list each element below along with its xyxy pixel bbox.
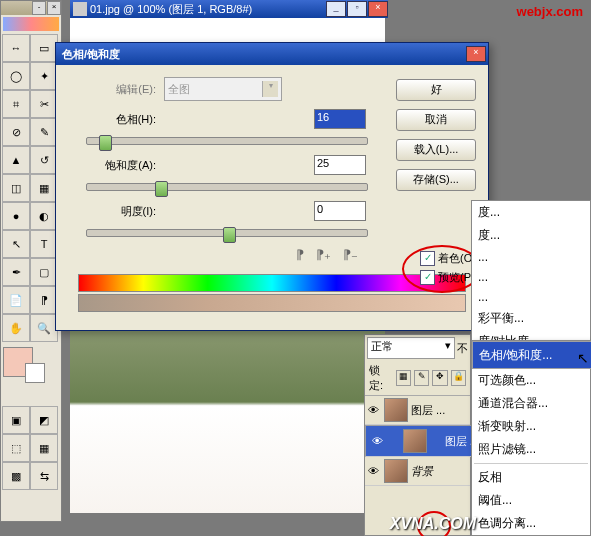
sat-input[interactable]: 25 [314, 155, 366, 175]
move-tool[interactable]: ↔ [2, 34, 30, 62]
watermark-bottom: XVNA.COM [390, 515, 476, 533]
menu-item[interactable]: 阈值... [472, 489, 590, 512]
layer-thumb [384, 459, 408, 483]
eraser-tool[interactable]: ◫ [2, 174, 30, 202]
cursor-icon: ↖ [577, 350, 589, 366]
lock-all-icon[interactable]: 🔒 [451, 370, 466, 386]
eyedropper-tool[interactable]: ⁋ [30, 286, 58, 314]
lock-paint-icon[interactable]: ✎ [414, 370, 429, 386]
sat-thumb[interactable] [155, 181, 168, 197]
screen-full2[interactable]: ▩ [2, 462, 30, 490]
menu-item[interactable]: 可选颜色... [472, 369, 590, 392]
save-button[interactable]: 存储(S)... [396, 169, 476, 191]
dialog-close-button[interactable]: × [466, 46, 486, 62]
ok-button[interactable]: 好 [396, 79, 476, 101]
light-slider[interactable] [86, 229, 368, 237]
min-button[interactable]: _ [326, 1, 346, 17]
stamp-tool[interactable]: ▲ [2, 146, 30, 174]
blend-mode-select[interactable]: 正常▾ [367, 337, 455, 359]
blur-tool[interactable]: ● [2, 202, 30, 230]
eyedropper-add-icon: ⁋₊ [316, 247, 331, 262]
history-brush-tool[interactable]: ↺ [30, 146, 58, 174]
menu-item-hue-sat[interactable]: 色相/饱和度... [472, 341, 591, 369]
light-label: 明度(I): [66, 204, 164, 219]
edit-select: 全图 ▾ [164, 77, 282, 101]
sat-slider[interactable] [86, 183, 368, 191]
eyedropper-sub-icon: ⁋₋ [343, 247, 358, 262]
gradient-tool[interactable]: ▦ [30, 174, 58, 202]
hue-thumb[interactable] [99, 135, 112, 151]
context-menu-partial: 度... 度... ... ... ... 彩平衡... 度/对比度... [471, 200, 591, 358]
lock-pos-icon[interactable]: ✥ [432, 370, 447, 386]
menu-item[interactable]: 渐变映射... [472, 415, 590, 438]
heal-tool[interactable]: ⊘ [2, 118, 30, 146]
close-button[interactable]: × [368, 1, 388, 17]
max-button[interactable]: ▫ [347, 1, 367, 17]
marquee-tool[interactable]: ▭ [30, 34, 58, 62]
menu-item[interactable]: 度... [472, 201, 590, 224]
screen-full[interactable]: ▦ [30, 434, 58, 462]
hue-saturation-dialog: 色相/饱和度 × 编辑(E): 全图 ▾ 色相(H): 16 饱和度(A): 2… [55, 42, 489, 331]
lock-trans-icon[interactable]: ▦ [396, 370, 411, 386]
layer-row[interactable]: 👁图层 ... [365, 425, 483, 457]
menu-item[interactable]: ... [472, 287, 590, 307]
menu-item[interactable]: 度... [472, 224, 590, 247]
menu-item[interactable]: 彩平衡... [472, 307, 590, 330]
menu-item[interactable]: ... [472, 267, 590, 287]
document-title: 01.jpg @ 100% (图层 1, RGB/8#) [90, 2, 325, 17]
hue-slider[interactable] [86, 137, 368, 145]
chevron-down-icon: ▾ [262, 81, 278, 97]
annotation-oval [402, 245, 482, 293]
notes-tool[interactable]: 📄 [2, 286, 30, 314]
opacity-label: 不 [457, 341, 468, 356]
layer-row[interactable]: 👁背景 [365, 457, 470, 486]
load-button[interactable]: 载入(L)... [396, 139, 476, 161]
mode-quickmask[interactable]: ◩ [30, 406, 58, 434]
menu-item[interactable]: ... [472, 247, 590, 267]
eyedropper-icon: ⁋ [296, 247, 304, 262]
doc-icon [73, 2, 87, 16]
slice-tool[interactable]: ✂ [30, 90, 58, 118]
menu-item[interactable]: 色调分离... [472, 512, 590, 535]
layers-panel: 正常▾ 不 锁定: ▦ ✎ ✥ 🔒 👁图层 ... 👁图层 ... 👁背景 [364, 334, 471, 536]
document-titlebar[interactable]: 01.jpg @ 100% (图层 1, RGB/8#) _ ▫ × [70, 0, 388, 18]
layer-row[interactable]: 👁图层 ... [365, 396, 470, 425]
brush-tool[interactable]: ✎ [30, 118, 58, 146]
chevron-down-icon: ▾ [445, 339, 451, 357]
dialog-title: 色相/饱和度 [58, 47, 465, 62]
dialog-titlebar[interactable]: 色相/饱和度 × [56, 43, 488, 65]
mode-standard[interactable]: ▣ [2, 406, 30, 434]
crop-tool[interactable]: ⌗ [2, 90, 30, 118]
pen-tool[interactable]: ✒ [2, 258, 30, 286]
zoom-tool[interactable]: 🔍 [30, 314, 58, 342]
hand-tool[interactable]: ✋ [2, 314, 30, 342]
screen-std[interactable]: ⬚ [2, 434, 30, 462]
menu-item[interactable]: 照片滤镜... [472, 438, 590, 461]
shape-tool[interactable]: ▢ [30, 258, 58, 286]
menu-item[interactable]: 通道混合器... [472, 392, 590, 415]
lasso-tool[interactable]: ◯ [2, 62, 30, 90]
wand-tool[interactable]: ✦ [30, 62, 58, 90]
eye-icon[interactable]: 👁 [365, 465, 381, 477]
close-icon[interactable]: × [47, 1, 61, 15]
menu-item[interactable]: 反相 [472, 466, 590, 489]
path-tool[interactable]: ↖ [2, 230, 30, 258]
menu-separator [474, 463, 588, 464]
dodge-tool[interactable]: ◐ [30, 202, 58, 230]
layer-thumb [403, 429, 427, 453]
background-swatch[interactable] [25, 363, 45, 383]
light-input[interactable]: 0 [314, 201, 366, 221]
edit-label: 编辑(E): [66, 82, 164, 97]
hue-input[interactable]: 16 [314, 109, 366, 129]
eye-icon[interactable]: 👁 [369, 435, 385, 447]
jump-to[interactable]: ⇆ [30, 462, 58, 490]
sat-label: 饱和度(A): [66, 158, 164, 173]
toolbox-titlebar[interactable]: -× [1, 1, 61, 15]
layer-list: 👁图层 ... 👁图层 ... 👁背景 [365, 395, 470, 486]
min-icon[interactable]: - [32, 1, 46, 15]
eye-icon[interactable]: 👁 [365, 404, 381, 416]
cancel-button[interactable]: 取消 [396, 109, 476, 131]
type-tool[interactable]: T [30, 230, 58, 258]
light-thumb[interactable] [223, 227, 236, 243]
ps-logo [3, 17, 59, 31]
